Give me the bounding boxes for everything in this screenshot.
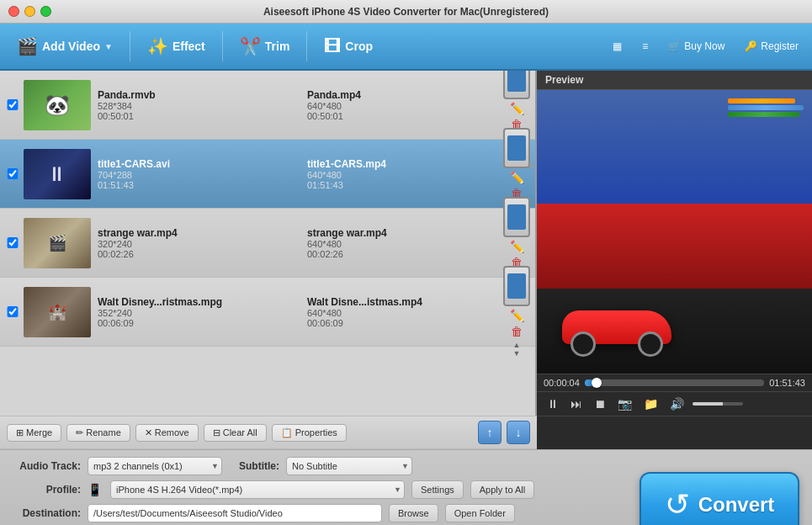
preview-panel: Preview 00:00:04 [537, 71, 812, 416]
destination-input[interactable]: /Users/test/Documents/Aiseesoft Studio/V… [88, 504, 382, 522]
delete-icon-4[interactable]: 🗑 [511, 325, 523, 338]
subtitle-select[interactable]: No Subtitle [286, 457, 412, 475]
convert-button[interactable]: ↺ Convert [640, 472, 799, 526]
table-row[interactable]: 🐼 Panda.rmvb 528*384 00:50:01 Panda.mp4 … [0, 71, 535, 140]
thumb-icon-3: 🎬 [48, 234, 66, 252]
file-thumbnail-3: 🎬 [24, 218, 91, 268]
stop-button[interactable]: ⏹ [591, 395, 609, 412]
input-duration-2: 01:51:43 [98, 180, 290, 190]
properties-button[interactable]: 📋 Properties [272, 424, 347, 442]
time-total: 01:51:43 [769, 378, 805, 388]
convert-icon: ↺ [665, 487, 690, 522]
toolbar-right-section: ▦ ≡ 🛒 Buy Now 🔑 Register [606, 38, 805, 55]
main-toolbar: 🎬 Add Video ▼ ✨ Effect ✂️ Trim 🎞 Crop ▦ … [0, 24, 812, 71]
phone-screen-1 [507, 71, 526, 92]
title-bar: Aiseesoft iPhone 4S Video Converter for … [0, 0, 812, 24]
clear-all-button[interactable]: ⊟ Clear All [204, 424, 267, 442]
effect-button[interactable]: ✨ Effect [137, 33, 215, 60]
add-video-dropdown-arrow[interactable]: ▼ [104, 42, 113, 51]
output-filename-2: title1-CARS.mp4 [307, 158, 500, 170]
file-info-2: title1-CARS.avi 704*288 01:51:43 [98, 158, 290, 190]
volume-icon: 🔊 [666, 395, 687, 412]
output-duration-4: 00:06:09 [307, 318, 500, 328]
edit-icon-3[interactable]: ✏️ [510, 240, 524, 253]
input-duration-3: 00:02:26 [98, 249, 290, 259]
rename-label: Rename [86, 427, 121, 438]
profile-select[interactable]: iPhone 4S H.264 Video(*.mp4) [110, 480, 405, 499]
effect-icon: ✨ [147, 36, 168, 56]
move-up-button[interactable]: ↑ [478, 421, 502, 444]
register-label: Register [761, 40, 799, 52]
dropdown-arrow-2[interactable]: ▼ [528, 162, 535, 170]
screenshot-button[interactable]: 📷 [614, 395, 635, 412]
file-checkbox-3[interactable] [5, 237, 20, 248]
buy-now-button[interactable]: 🛒 Buy Now [661, 38, 731, 55]
input-duration-4: 00:06:09 [98, 318, 290, 328]
trim-button[interactable]: ✂️ Trim [230, 33, 300, 60]
thumb-icon-4: 🏰 [48, 303, 66, 321]
merge-button[interactable]: ⊞ Merge [7, 424, 61, 442]
table-row[interactable]: 🏰 Walt Disney...ristmas.mpg 352*240 00:0… [0, 278, 535, 347]
pause-button[interactable]: ⏸ [544, 395, 562, 412]
grid-icon: ▦ [613, 40, 622, 52]
row-arrows-4[interactable]: ▲ ▼ [513, 341, 521, 358]
rename-button[interactable]: ✏ Rename [66, 424, 130, 442]
register-button[interactable]: 🔑 Register [738, 38, 805, 55]
table-row[interactable]: ⏸ title1-CARS.avi 704*288 01:51:43 title… [0, 140, 535, 209]
output-filename-1: Panda.mp4 [307, 89, 500, 101]
file-output-4: Walt Disne...istmas.mp4 640*480 00:06:09 [307, 296, 500, 328]
apply-to-all-button[interactable]: Apply to All [470, 480, 534, 499]
grid-view-button[interactable]: ▦ [606, 38, 629, 55]
table-row[interactable]: 🎬 strange war.mp4 320*240 00:02:26 stran… [0, 209, 535, 278]
subtitle-label: Subtitle: [229, 460, 279, 472]
folder-button[interactable]: 📁 [640, 395, 661, 412]
output-filename-3: strange war.mp4 [307, 227, 500, 239]
file-checkbox-2[interactable] [5, 168, 20, 179]
maximize-button[interactable] [40, 6, 51, 17]
audio-track-select[interactable]: mp3 2 channels (0x1) [88, 457, 222, 475]
settings-button[interactable]: Settings [411, 480, 464, 499]
phone-screen-3 [507, 204, 526, 230]
file-checkbox-1[interactable] [5, 99, 20, 110]
minimize-button[interactable] [24, 6, 35, 17]
window-controls[interactable] [8, 6, 51, 17]
rename-icon: ✏ [76, 427, 83, 438]
add-video-button[interactable]: 🎬 Add Video ▼ [7, 33, 123, 60]
grandstand [728, 98, 804, 117]
phone-screen-2 [507, 135, 526, 161]
volume-slider[interactable] [693, 402, 743, 406]
audio-track-select-wrapper: mp3 2 channels (0x1) ▼ [88, 457, 222, 475]
car-wheel-front [571, 331, 596, 357]
close-button[interactable] [8, 6, 19, 17]
remove-label: Remove [155, 427, 189, 438]
crop-button[interactable]: 🎞 Crop [314, 34, 383, 60]
open-folder-button[interactable]: Open Folder [445, 504, 515, 522]
progress-bar[interactable] [585, 379, 764, 386]
remove-button[interactable]: ✕ Remove [135, 424, 199, 442]
clear-all-label: Clear All [223, 427, 257, 438]
fast-forward-button[interactable]: ⏭ [567, 395, 586, 412]
bottom-toolbar: ⊞ Merge ✏ Rename ✕ Remove ⊟ Clear All 📋 … [0, 416, 537, 449]
input-filename-3: strange war.mp4 [98, 227, 290, 239]
phone-screen-4 [507, 273, 526, 299]
device-icon-2 [503, 128, 530, 168]
device-icon-1 [503, 71, 530, 99]
options-section: Audio Track: mp3 2 channels (0x1) ▼ Subt… [0, 449, 627, 525]
audio-track-label: Audio Track: [13, 460, 81, 472]
edit-icon-2[interactable]: ✏️ [510, 171, 524, 184]
file-info-1: Panda.rmvb 528*384 00:50:01 [98, 89, 290, 121]
edit-icon-4[interactable]: ✏️ [510, 309, 524, 322]
convert-section: ↺ Convert [627, 449, 812, 525]
thumb-icon-1: 🐼 [45, 93, 70, 117]
preview-label: Preview [537, 71, 812, 90]
file-checkbox-4[interactable] [5, 306, 20, 317]
edit-icon-1[interactable]: ✏️ [510, 102, 524, 115]
move-down-button[interactable]: ↓ [507, 421, 530, 444]
add-video-icon: 🎬 [17, 36, 38, 56]
trim-label: Trim [265, 40, 290, 53]
file-output-2: title1-CARS.mp4 640*480 01:51:43 [307, 158, 500, 190]
app-title: Aiseesoft iPhone 4S Video Converter for … [263, 6, 549, 18]
list-view-button[interactable]: ≡ [635, 38, 655, 55]
browse-button[interactable]: Browse [389, 504, 438, 522]
progress-handle[interactable] [592, 378, 602, 388]
